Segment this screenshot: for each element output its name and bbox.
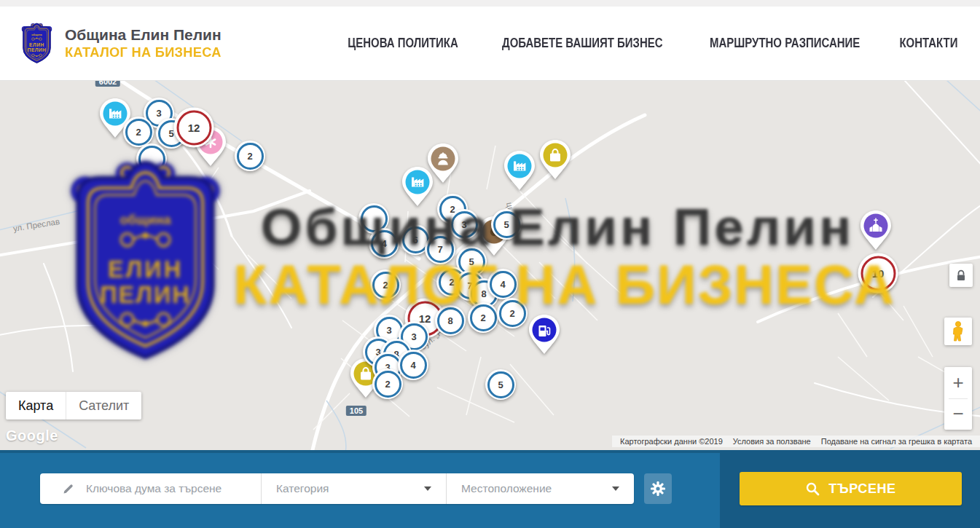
cluster-marker[interactable]: 8 (435, 305, 466, 336)
cluster-count: 8 (437, 307, 464, 334)
chevron-down-icon (424, 486, 431, 491)
gear-icon (650, 481, 666, 497)
cluster-count: 7 (427, 236, 454, 263)
cluster-count: 2 (372, 272, 399, 299)
site-subtitle: КАТАЛОГ НА БИЗНЕСА (65, 44, 222, 60)
nav-item-pricing[interactable]: ЦЕНОВА ПОЛИТИКА (348, 36, 458, 51)
cluster-count (138, 146, 165, 173)
street-view-pegman-button[interactable] (944, 318, 972, 345)
cluster-marker[interactable]: 5 (485, 369, 516, 400)
cluster-count: 4 (400, 352, 427, 379)
top-strip (0, 0, 980, 7)
cluster-marker[interactable] (136, 143, 167, 174)
municipality-logo (20, 22, 54, 65)
header: Община Елин Пелин КАТАЛОГ НА БИЗНЕСА ЦЕН… (0, 7, 980, 81)
fuel-pump-pin-marker[interactable] (527, 313, 562, 355)
search-bar: Категория Местоположение (0, 450, 980, 528)
factory-pin-marker[interactable] (400, 165, 435, 208)
cluster-count: 2 (499, 300, 526, 327)
church-pin-marker[interactable] (858, 209, 893, 251)
location-select-value: Местоположение (461, 482, 552, 495)
cluster-count: 5 (487, 371, 514, 398)
main-nav: ЦЕНОВА ПОЛИТИКА ДОБАВЕТЕ ВАШИЯТ БИЗНЕС М… (340, 36, 962, 51)
search-button-label: ТЪРСЕНЕ (828, 481, 895, 497)
cluster-marker[interactable]: 4 (398, 350, 428, 380)
road-number-label: 105 (346, 406, 366, 416)
nav-item-contacts[interactable]: КОНТАКТИ (900, 36, 958, 51)
factory-pin-marker[interactable] (502, 149, 537, 192)
lock-icon (956, 269, 966, 282)
cluster-marker[interactable]: 7 (425, 234, 455, 264)
google-logo[interactable]: Google (6, 427, 58, 444)
cluster-count: 10 (861, 256, 895, 291)
map-attribution: Картографски данни ©2019Условия за ползв… (612, 436, 980, 447)
map-type-map-button[interactable]: Карта (6, 392, 66, 419)
map-attribution-link[interactable]: Подаване на сигнал за грешка в картата (816, 437, 977, 446)
cluster-count: 4 (490, 271, 517, 298)
keyword-segment (40, 473, 261, 504)
category-select-value: Категория (276, 482, 329, 495)
map-attribution-text: Картографски данни ©2019 (615, 437, 728, 446)
map-canvas[interactable]: Община Елин Пелин КАТАЛОГ НА БИЗНЕСА Кар… (0, 80, 980, 450)
site-title: Община Елин Пелин (65, 26, 228, 44)
cluster-count: 3 (451, 211, 478, 238)
cluster-count: 12 (176, 110, 211, 145)
brand[interactable]: Община Елин Пелин КАТАЛОГ НА БИЗНЕСА (20, 22, 228, 65)
map-attribution-link[interactable]: Условия за ползване (728, 437, 816, 446)
cluster-marker[interactable]: 12 (174, 108, 214, 148)
lock-button[interactable] (949, 264, 973, 287)
nav-item-add-business[interactable]: ДОБАВЕТЕ ВАШИЯТ БИЗНЕС (502, 36, 662, 51)
pegman-icon (950, 320, 966, 342)
search-button[interactable]: ТЪРСЕНЕ (740, 472, 962, 505)
cluster-marker[interactable]: 2 (468, 302, 498, 333)
cluster-count: 4 (371, 230, 398, 257)
zoom-control: + − (944, 367, 972, 430)
cluster-count: 5 (493, 211, 520, 238)
cluster-marker[interactable]: 2 (370, 269, 401, 300)
cluster-marker[interactable]: 10 (858, 253, 898, 293)
chevron-down-icon (612, 486, 619, 491)
cluster-count: 2 (237, 143, 264, 170)
cluster-marker[interactable]: 2 (497, 298, 528, 328)
cluster-count: 2 (470, 304, 497, 331)
keyword-search-input[interactable] (85, 481, 255, 496)
nav-item-schedule[interactable]: МАРШРУТНО РАЗПИСАНИЕ (710, 36, 860, 51)
page: община ЕЛИН ПЕЛИН Община Елин Пелин КАТА… (0, 0, 980, 528)
cluster-marker[interactable]: 2 (235, 141, 265, 171)
brand-text: Община Елин Пелин КАТАЛОГ НА БИЗНЕСА (65, 26, 228, 60)
location-select[interactable]: Местоположение (446, 473, 634, 504)
advanced-settings-button[interactable] (644, 473, 672, 504)
category-select[interactable]: Категория (261, 473, 446, 504)
cluster-count: 2 (375, 371, 401, 398)
cluster-count: 2 (125, 119, 152, 146)
zoom-in-button[interactable]: + (944, 368, 972, 398)
cluster-marker[interactable]: 2 (372, 369, 403, 399)
cluster-marker[interactable]: 5 (491, 209, 522, 240)
map-type-satellite-button[interactable]: Сателит (66, 392, 141, 419)
cluster-marker[interactable]: 4 (487, 269, 518, 299)
search-icon (805, 481, 820, 496)
map-type-control: Карта Сателит (6, 392, 141, 419)
road-number-label: 6002 (95, 80, 120, 87)
shopping-bag-pin-marker[interactable] (538, 138, 573, 181)
pencil-icon (62, 482, 75, 495)
search-field-group: Категория Местоположение (40, 473, 634, 504)
cluster-marker[interactable]: 3 (449, 209, 479, 240)
cluster-marker[interactable]: 2 (123, 117, 154, 147)
zoom-out-button[interactable]: − (944, 399, 972, 430)
cluster-marker[interactable]: 4 (369, 228, 399, 259)
